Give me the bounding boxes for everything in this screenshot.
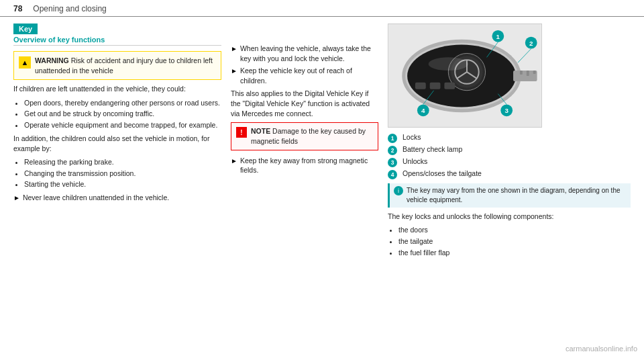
bullets-1: Open doors, thereby endangering other pe… — [24, 98, 221, 130]
list-item: Operate vehicle equipment and become tra… — [24, 120, 221, 130]
arrow-icon: ► — [13, 193, 20, 203]
key-image-box: 1 2 3 4 — [388, 24, 542, 128]
note-box: ! NOTE Damage to the key caused by magne… — [231, 122, 378, 150]
warning-box: ▲ WARNING Risk of accident and injury du… — [13, 51, 221, 80]
legend-list: 1 Locks 2 Battery check lamp 3 Unlocks 4… — [388, 133, 631, 179]
legend-item-4: 4 Opens/closes the tailgate — [388, 169, 631, 179]
page-title: Opening and closing — [33, 4, 106, 13]
svg-rect-14 — [520, 71, 523, 75]
warning-icon: ▲ — [19, 56, 31, 69]
arrow-text-mag: Keep the key away from strong magnetic f… — [240, 156, 378, 175]
list-item: Open doors, thereby endangering other pe… — [24, 98, 221, 108]
right-bullets: the doors the tailgate the fuel filler f… — [398, 225, 631, 257]
svg-rect-16 — [533, 71, 536, 74]
legend-item-2: 2 Battery check lamp — [388, 145, 631, 155]
arrow-item-keep: ► Keep the vehicle key out of reach of c… — [231, 66, 378, 85]
list-item: the fuel filler flap — [398, 248, 631, 258]
list-item: Get out and be struck by oncoming traf­f… — [24, 109, 221, 119]
arrow-icon: ► — [231, 156, 237, 175]
key-illustration: 1 2 3 4 — [388, 24, 541, 127]
legend-text-1: Locks — [402, 133, 421, 141]
arrow-text-1: Never leave children unattended in the v… — [23, 193, 169, 203]
legend-text-2: Battery check lamp — [402, 145, 462, 153]
list-item: Releasing the parking brake. — [24, 157, 221, 167]
warning-text: WARNING Risk of accident and injury due … — [35, 56, 216, 75]
note-label: NOTE — [251, 127, 270, 135]
arrow-item-1: ► Never leave children unattended in the… — [13, 193, 221, 203]
list-item: the tailgate — [398, 236, 631, 247]
badge-3: 3 — [388, 158, 397, 167]
bullets-2: Releasing the parking brake. Changing th… — [24, 157, 221, 189]
page-number: 78 — [13, 4, 22, 13]
list-item: Changing the transmission position. — [24, 169, 221, 179]
key-locks-text: The key locks and unlocks the following … — [388, 212, 631, 222]
legend-text-3: Unlocks — [402, 157, 427, 165]
legend-item-1: 1 Locks — [388, 133, 631, 143]
svg-rect-12 — [444, 83, 455, 89]
para2-text: In addition, the children could also set… — [13, 134, 221, 154]
arrow-icon: ► — [231, 66, 237, 85]
arrow-text-keep: Keep the vehicle key out of reach of chi… — [240, 66, 378, 85]
svg-text:3: 3 — [504, 107, 508, 114]
note-text: NOTE Damage to the key caused by magneti… — [251, 126, 373, 146]
list-item: Starting the vehicle. — [24, 179, 221, 189]
page-header: 78 Opening and closing — [0, 0, 644, 17]
svg-point-17 — [429, 57, 468, 71]
svg-rect-10 — [415, 83, 426, 89]
middle-column: ► When leaving the vehicle, always take … — [231, 24, 378, 347]
svg-text:4: 4 — [421, 107, 425, 114]
badge-2: 2 — [388, 146, 397, 155]
info-box: i The key may vary from the one shown in… — [388, 183, 631, 208]
svg-text:1: 1 — [496, 33, 500, 40]
badge-1: 1 — [388, 134, 397, 143]
note-icon: ! — [236, 127, 247, 138]
info-icon: i — [394, 186, 403, 195]
badge-4: 4 — [388, 170, 397, 179]
left-column: Key Overview of key functions ▲ WARNING … — [13, 24, 221, 347]
digital-key-text: This also applies to the Digital Vehicle… — [231, 89, 378, 120]
list-item: the doors — [398, 225, 631, 235]
svg-text:2: 2 — [529, 40, 533, 47]
intro-text: If children are left unattended in the v… — [13, 84, 221, 94]
right-column: 1 2 3 4 1 Locks — [388, 24, 631, 347]
overview-title: Overview of key functions — [13, 36, 221, 46]
info-text: The key may vary from the one shown in t… — [407, 186, 627, 205]
arrow-item-mag: ► Keep the key away from strong magnetic… — [231, 156, 378, 175]
arrow-icon: ► — [231, 44, 237, 63]
arrow-text-when: When leaving the vehicle, always take th… — [240, 44, 378, 63]
svg-rect-15 — [527, 71, 529, 76]
svg-rect-11 — [430, 83, 441, 89]
arrow-item-when: ► When leaving the vehicle, always take … — [231, 44, 378, 63]
key-tag: Key — [13, 24, 38, 34]
watermark: carmanualsonline.info — [566, 345, 637, 353]
legend-text-4: Opens/closes the tailgate — [402, 169, 482, 177]
warning-label: WARNING — [35, 56, 69, 64]
content-area: Key Overview of key functions ▲ WARNING … — [0, 17, 644, 353]
legend-item-3: 3 Unlocks — [388, 157, 631, 167]
